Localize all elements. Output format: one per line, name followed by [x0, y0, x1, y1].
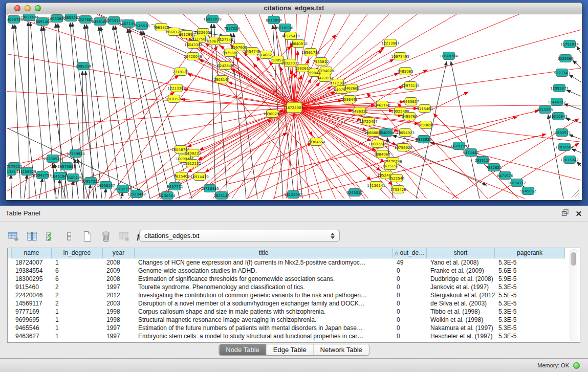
- graph-node[interactable]: 12213967: [381, 39, 400, 47]
- graph-node[interactable]: 7625402: [173, 172, 189, 180]
- column-checklist-icon[interactable]: [45, 231, 56, 242]
- column-header-title[interactable]: title: [135, 248, 393, 258]
- graph-node[interactable]: 1615152: [382, 162, 398, 170]
- close-panel-icon[interactable]: ✕: [575, 210, 582, 218]
- graph-node[interactable]: 1625143: [213, 192, 229, 200]
- tab-edge-table[interactable]: Edge Table: [267, 344, 314, 355]
- show-columns-icon[interactable]: [27, 231, 38, 242]
- graph-node[interactable]: 9463627: [403, 98, 419, 105]
- graph-node[interactable]: 8215955: [537, 106, 553, 114]
- graph-node[interactable]: 19654923: [396, 129, 415, 137]
- graph-node[interactable]: 7832621: [486, 164, 502, 171]
- graph-node[interactable]: 15751074: [560, 40, 579, 48]
- table-row[interactable]: 1830029562008Estimation of significance …: [8, 275, 580, 283]
- delete-column-icon[interactable]: [100, 231, 112, 242]
- table-vertical-scrollbar[interactable]: [570, 249, 578, 341]
- graph-node[interactable]: 16782759: [114, 185, 132, 193]
- column-header-year[interactable]: year: [103, 248, 135, 258]
- graph-node[interactable]: 8938923: [416, 136, 431, 143]
- table-row[interactable]: 977716911998Corpus callosum shape and si…: [8, 308, 580, 316]
- graph-node[interactable]: 20206576: [43, 155, 62, 163]
- graph-node[interactable]: 16210643: [549, 113, 568, 120]
- graph-node[interactable]: 7462662: [343, 84, 359, 92]
- graph-node[interactable]: 1733426: [390, 186, 406, 193]
- graph-node[interactable]: 10756928: [394, 144, 412, 151]
- graph-node[interactable]: 1421032: [317, 74, 333, 82]
- graph-node[interactable]: 9242848: [217, 62, 233, 70]
- graph-node[interactable]: 12444157: [548, 98, 566, 106]
- graph-node[interactable]: 6679197: [451, 142, 467, 150]
- graph-node[interactable]: 2522544: [388, 174, 405, 182]
- tab-network-table[interactable]: Network Table: [314, 344, 369, 355]
- graph-node[interactable]: 8813054: [266, 16, 282, 24]
- graph-node[interactable]: 16033839: [203, 15, 222, 23]
- window-titlebar[interactable]: citations_edges.txt: [6, 3, 582, 14]
- column-header-pagerank[interactable]: pagerank: [495, 248, 565, 258]
- graph-node[interactable]: 12975115: [401, 82, 420, 90]
- graph-node[interactable]: 9875685: [222, 49, 238, 57]
- graph-node[interactable]: 9884067: [374, 150, 390, 158]
- graph-node[interactable]: 15720407: [359, 118, 378, 125]
- graph-node[interactable]: 10688809: [364, 129, 383, 137]
- graph-node[interactable]: 2903144: [213, 76, 230, 83]
- graph-node[interactable]: 12093877: [550, 84, 569, 92]
- table-row[interactable]: 1872400712008Changes of HCN gene express…: [8, 258, 580, 267]
- graph-node[interactable]: 15692971: [553, 129, 571, 137]
- graph-node[interactable]: 2935114: [474, 157, 491, 164]
- tab-node-table[interactable]: Node Table: [219, 344, 267, 355]
- graph-node[interactable]: 9245012: [346, 189, 362, 196]
- table-row[interactable]: 946554611997Estimation of the future num…: [8, 324, 580, 332]
- graph-node[interactable]: 9457771: [167, 183, 183, 190]
- table-row[interactable]: 911546021997Tourette syndrome. Phenomeno…: [8, 283, 580, 291]
- graph-node[interactable]: 9329366: [557, 55, 574, 62]
- graph-node[interactable]: 16914479: [190, 173, 209, 181]
- column-header-in_degree[interactable]: in_degree: [52, 248, 103, 258]
- graph-node[interactable]: 2905334: [75, 62, 92, 70]
- table-row[interactable]: 2242004622012Investigating the contribut…: [8, 291, 580, 299]
- resize-grip[interactable]: [572, 190, 579, 198]
- table-row[interactable]: 1456911722003Disruption of a novel membe…: [8, 299, 580, 308]
- graph-node[interactable]: 12213383: [167, 84, 186, 92]
- graph-node[interactable]: 9699695: [418, 121, 433, 129]
- graph-node[interactable]: 10973493: [391, 53, 409, 60]
- graph-node[interactable]: 11675342: [560, 156, 579, 164]
- graph-node[interactable]: 18724007: [285, 102, 303, 113]
- float-panel-icon[interactable]: [561, 209, 569, 218]
- new-column-icon[interactable]: [82, 231, 93, 242]
- graph-node[interactable]: 9146821: [258, 51, 274, 59]
- graph-node[interactable]: 7857224: [224, 25, 240, 32]
- graph-node[interactable]: 7485063: [397, 68, 413, 75]
- scrollbar-thumb[interactable]: [571, 252, 576, 266]
- graph-node[interactable]: 9462160: [374, 101, 390, 109]
- graph-node[interactable]: 9218506: [277, 24, 293, 32]
- graph-node[interactable]: 17016504: [555, 143, 574, 151]
- graph-node[interactable]: 18640910: [289, 40, 308, 48]
- graph-node[interactable]: 8130304: [159, 192, 176, 200]
- column-header-short[interactable]: short: [427, 248, 495, 258]
- network-canvas[interactable]: 2405572420611404206914061603382210653287…: [7, 14, 581, 200]
- graph-node[interactable]: 7515526: [134, 22, 150, 30]
- graph-node[interactable]: 9474444: [463, 149, 479, 157]
- graph-node[interactable]: 2718126: [172, 68, 189, 76]
- graph-node[interactable]: 9115460: [417, 105, 432, 113]
- graph-node[interactable]: 6794028: [318, 67, 334, 75]
- graph-node[interactable]: 10325419: [281, 32, 300, 40]
- graph-node[interactable]: 1486322: [352, 107, 367, 115]
- graph-node[interactable]: 16648784: [440, 52, 458, 60]
- graph-node[interactable]: 8471676: [497, 172, 513, 180]
- graph-node[interactable]: 17359924: [67, 150, 85, 158]
- network-canvas-svg[interactable]: 2405572420611404206914061603382210653287…: [7, 14, 581, 200]
- graph-node[interactable]: 1527602: [77, 16, 93, 24]
- graph-node[interactable]: 18807249: [368, 140, 387, 148]
- graph-node[interactable]: 15718485: [201, 185, 219, 192]
- graph-node[interactable]: 7955812: [313, 58, 329, 65]
- table-row[interactable]: 946362711997Embryonic stem cells: a mode…: [8, 332, 580, 340]
- graph-node[interactable]: 9227343: [554, 69, 570, 77]
- graph-node[interactable]: 9495764: [401, 113, 418, 120]
- graph-node[interactable]: 2036441: [341, 96, 357, 103]
- graph-node[interactable]: 18300295: [263, 110, 281, 118]
- column-header-name[interactable]: name: [12, 248, 52, 258]
- graph-node[interactable]: 30975887: [57, 163, 76, 170]
- row-selector-icon[interactable]: [63, 231, 75, 242]
- table-options-icon[interactable]: [8, 231, 19, 242]
